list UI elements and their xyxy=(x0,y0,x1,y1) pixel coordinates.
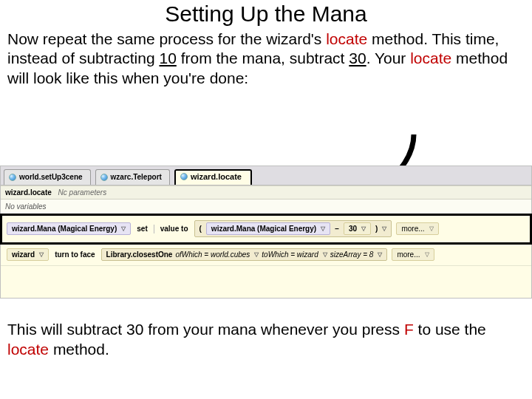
tab-wizard-teleport[interactable]: wzarc.Teleport xyxy=(95,169,170,185)
chevron-down-icon: ▽ xyxy=(254,251,259,258)
lparen: ( xyxy=(200,225,202,233)
outro-paragraph: This will subtract 30 from your mana whe… xyxy=(0,319,532,360)
arg-towhich: toWhich = wizard xyxy=(262,250,318,259)
page-title: Setting Up the Mana xyxy=(0,1,532,27)
tab-wizard-locate[interactable]: wizard.locate xyxy=(174,169,252,185)
chevron-down-icon: ▽ xyxy=(121,225,126,232)
chevron-down-icon: ▽ xyxy=(429,225,434,232)
more-label-1: more... xyxy=(401,225,424,233)
chevron-down-icon: ▽ xyxy=(323,251,327,258)
object-chip-wizard[interactable]: wizard▽ xyxy=(7,248,49,261)
intro-10: 10 xyxy=(159,50,176,66)
tab-world-setup[interactable]: world.setUp3cene xyxy=(4,169,91,185)
more-label-2: more... xyxy=(397,250,420,259)
outro-locate: locate xyxy=(7,341,49,358)
no-variables: No variables xyxy=(1,200,531,214)
method-name: wizard.locate xyxy=(5,188,52,197)
method-signature: wizard.locate Nc parameters xyxy=(1,185,531,200)
more-options-2[interactable]: more...▽ xyxy=(392,248,434,261)
chevron-down-icon: ▽ xyxy=(39,251,44,258)
intro-30: 30 xyxy=(349,50,366,66)
intro-t4: . Your xyxy=(366,50,411,66)
set-mana-statement[interactable]: wizard.Mana (Magical Energy)▽ set value … xyxy=(1,214,531,244)
chevron-down-icon: ▽ xyxy=(361,225,366,232)
variable-chip-mana[interactable]: wizard.Mana (Magical Energy)▽ xyxy=(7,222,131,235)
function-name: Library.closestOne xyxy=(106,250,173,259)
chevron-down-icon: ▽ xyxy=(378,251,382,258)
outro-t1: This will subtract 30 from your mana whe… xyxy=(7,321,404,338)
chevron-down-icon: ▽ xyxy=(321,225,325,232)
more-options-1[interactable]: more...▽ xyxy=(396,222,438,235)
literal-30[interactable]: 30▽ xyxy=(344,222,371,235)
tab-label-1: wzarc.Teleport xyxy=(111,173,162,181)
minus-op: − xyxy=(335,225,339,233)
chevron-down-icon: ▽ xyxy=(425,251,429,258)
rparen: ) xyxy=(375,225,378,233)
outro-t3: method. xyxy=(49,341,109,358)
tab-label-2: wizard.locate xyxy=(191,172,242,181)
alice-editor-panel: world.setUp3cene wzarc.Teleport wizard.l… xyxy=(0,166,532,299)
tab-label-0: world.setUp3cene xyxy=(19,173,83,181)
outro-t2: to use the xyxy=(414,321,486,338)
keyword-turn-to-face: turn to face xyxy=(53,250,96,259)
variable-name: wizard.Mana (Magical Energy) xyxy=(12,225,117,233)
method-tabs: world.setUp3cene wzarc.Teleport wizard.l… xyxy=(1,166,531,185)
intro-t1: Now repeat the same process for the wiza… xyxy=(7,30,326,47)
function-chip-closestone[interactable]: Library.closestOne ofWhich = world.cubes… xyxy=(101,248,388,261)
object-name: wizard xyxy=(12,250,35,259)
intro-locate-1: locate xyxy=(326,30,367,47)
sphere-icon xyxy=(180,173,188,180)
outro-F: F xyxy=(404,321,414,338)
expression-chip[interactable]: ( wizard.Mana (Magical Energy)▽ − 30▽ ) … xyxy=(194,220,392,237)
sphere-icon xyxy=(9,174,16,181)
no-parameters: Nc parameters xyxy=(58,188,107,197)
keyword-set: set xyxy=(135,225,149,233)
divider xyxy=(154,225,154,233)
variable-name-inner: wizard.Mana (Magical Energy) xyxy=(211,225,316,233)
intro-paragraph: Now repeat the same process for the wiza… xyxy=(0,30,532,88)
arg-ofwhich: ofWhich = world.cubes xyxy=(175,250,250,259)
chevron-down-icon: ▽ xyxy=(382,225,386,232)
intro-locate-2: locate xyxy=(410,50,451,66)
arg-sizearray: sizeArray = 8 xyxy=(330,250,374,259)
variable-chip-mana-inner[interactable]: wizard.Mana (Magical Energy)▽ xyxy=(206,222,330,235)
intro-t3: from the mana, subtract xyxy=(177,50,349,66)
sphere-icon xyxy=(100,174,108,181)
turn-to-face-statement[interactable]: wizard▽ turn to face Library.closestOne … xyxy=(1,244,531,266)
literal-30-text: 30 xyxy=(349,225,357,233)
keyword-value-to: value to xyxy=(159,225,190,233)
